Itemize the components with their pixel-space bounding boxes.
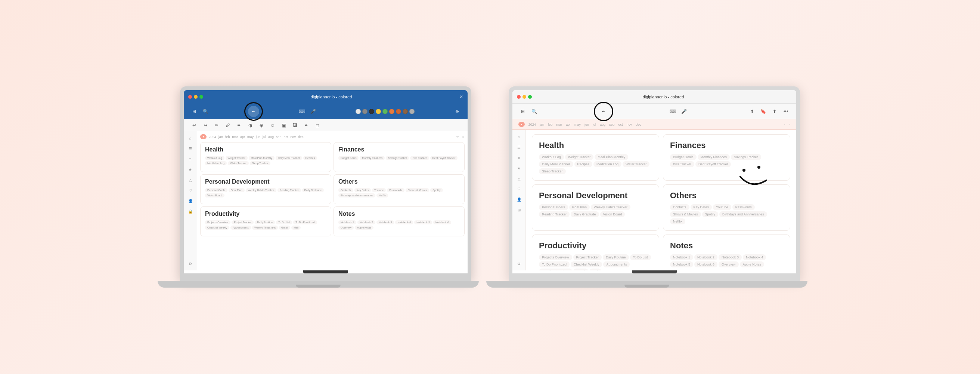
tag-passwords[interactable]: Passwords (387, 188, 404, 192)
right-sidebar-star-icon[interactable]: ★ (515, 164, 523, 172)
right-tag-contacts[interactable]: Contacts (670, 204, 689, 210)
right-mic-icon[interactable]: 🎤 (679, 107, 688, 116)
tag-notebook2[interactable]: Notebook 2 (357, 220, 375, 224)
right-tag-gmail[interactable]: Gmail (573, 269, 588, 270)
sidebar-heart-icon[interactable]: ♡ (187, 187, 194, 194)
right-tag-nb3[interactable]: Notebook 3 (719, 254, 742, 260)
sidebar-lock-icon[interactable]: 🔒 (187, 208, 194, 215)
sidebar-pages-icon[interactable]: ☰ (187, 145, 194, 152)
month-nov[interactable]: nov (291, 135, 296, 139)
marker-icon[interactable]: ✒ (235, 121, 243, 130)
right-tag-checklist[interactable]: Checklist Weekly (571, 261, 602, 267)
right-tag-sleep[interactable]: Sleep Tracker (539, 168, 566, 174)
month-jul[interactable]: jul (262, 135, 266, 139)
tag-youtube[interactable]: Youtube (372, 188, 386, 192)
right-tag-personal-goals[interactable]: Personal Goals (539, 204, 568, 210)
search-icon[interactable]: 🔍 (201, 107, 210, 116)
mic-icon[interactable]: 🎤 (309, 107, 317, 116)
tag-notebook6[interactable]: Notebook 6 (433, 220, 451, 224)
right-tag-nb2[interactable]: Notebook 2 (694, 254, 718, 260)
right-tag-apple-notes[interactable]: Apple Notes (740, 261, 764, 267)
right-month-sep[interactable]: sep (609, 123, 615, 126)
right-month-jan[interactable]: jan (540, 123, 544, 126)
tag-workout-log[interactable]: Workout Log (205, 156, 224, 160)
year-badge[interactable]: ● (200, 134, 207, 139)
right-export-icon[interactable]: ⬆ (770, 107, 779, 116)
eraser-icon[interactable]: ◻ (313, 121, 322, 130)
right-tag-recipes[interactable]: Recipes (574, 161, 593, 167)
right-minimize-button[interactable] (522, 95, 526, 99)
right-tag-mail[interactable]: Mail (589, 269, 602, 270)
apps-icon[interactable]: ⊞ (190, 107, 199, 116)
right-apps-icon[interactable]: ⊞ (519, 107, 527, 116)
right-tag-overview[interactable]: Overview (719, 261, 739, 267)
right-more-icon[interactable]: ••• (781, 107, 790, 116)
tag-notebook4[interactable]: Notebook 4 (395, 220, 413, 224)
right-month-may[interactable]: may (574, 123, 581, 126)
right-tag-netflix[interactable]: Netflix (670, 218, 685, 224)
tag-todo[interactable]: To Do List (276, 220, 292, 224)
right-pen-tool-icon[interactable]: ✒ (598, 106, 609, 117)
right-sidebar-heart-icon[interactable]: ♡ (515, 185, 523, 193)
color-yellow[interactable] (376, 109, 381, 114)
highlighter-icon[interactable]: ◑ (246, 121, 255, 130)
right-maximize-button[interactable] (528, 95, 532, 99)
sidebar-settings-icon[interactable]: ⚙ (187, 260, 194, 267)
right-month-mar[interactable]: mar (556, 123, 562, 126)
tag-meditation[interactable]: Meditation Log (205, 161, 227, 165)
right-tag-key-dates[interactable]: Key Dates (690, 204, 712, 210)
tag-projects-overview[interactable]: Projects Overview (205, 220, 231, 224)
color-dark[interactable] (369, 109, 374, 114)
color-green[interactable] (382, 109, 388, 114)
right-tag-habits[interactable]: Weekly Habits Tracker (591, 204, 630, 210)
sidebar-list-icon[interactable]: ≡ (187, 155, 194, 163)
tag-personal-goals[interactable]: Personal Goals (205, 188, 228, 192)
right-tag-weight[interactable]: Weight Tracker (565, 154, 593, 160)
tag-debt[interactable]: Debt Payoff Tracker (430, 156, 458, 160)
tag-daily-routine[interactable]: Daily Routine (255, 220, 275, 224)
month-oct[interactable]: oct (284, 135, 288, 139)
right-tag-shows[interactable]: Shows & Movies (670, 211, 701, 217)
right-sidebar-home-icon[interactable]: ⌂ (515, 133, 523, 140)
right-sidebar-grid-icon[interactable]: ⊞ (515, 206, 523, 214)
tag-monthly-finances[interactable]: Monthly Finances (360, 156, 385, 160)
tag-bills[interactable]: Bills Tracker (410, 156, 429, 160)
right-tag-birthdays[interactable]: Birthdays and Anniversaries (719, 211, 767, 217)
shape-circle-icon[interactable]: ◉ (257, 121, 266, 130)
tag-shows[interactable]: Shows & Movies (406, 188, 430, 192)
tag-savings[interactable]: Savings Tracker (386, 156, 409, 160)
right-month-jul[interactable]: jul (593, 123, 596, 126)
right-month-apr[interactable]: apr (566, 123, 571, 126)
tag-timesheet[interactable]: Weekly Timesheet (252, 225, 278, 230)
right-tag-nb5[interactable]: Notebook 5 (670, 261, 693, 267)
color-gray[interactable] (362, 109, 368, 114)
sticker-icon[interactable]: ☺ (268, 121, 277, 130)
right-tag-youtube[interactable]: Youtube (713, 204, 731, 210)
month-may[interactable]: may (247, 135, 254, 139)
tag-appointments[interactable]: Appointments (231, 225, 251, 230)
undo-icon[interactable]: ↩ (190, 121, 199, 130)
keyboard-icon[interactable]: ⌨ (297, 107, 306, 116)
more-icon[interactable]: ⊕ (453, 107, 461, 116)
right-close-button[interactable] (517, 95, 520, 99)
month-jun[interactable]: jun (256, 135, 260, 139)
color-orange[interactable] (389, 109, 395, 114)
right-tag-todo-prior[interactable]: To Do Prioritized (539, 261, 570, 267)
right-search-icon[interactable]: 🔍 (530, 107, 539, 116)
tag-gmail[interactable]: Gmail (279, 225, 290, 230)
tag-spotify[interactable]: Spotify (430, 188, 442, 192)
right-tag-nb4[interactable]: Notebook 4 (743, 254, 766, 260)
tag-notebook3[interactable]: Notebook 3 (377, 220, 395, 224)
right-month-aug[interactable]: aug (600, 123, 605, 126)
right-month-nov[interactable]: nov (627, 123, 632, 126)
month-mar[interactable]: mar (232, 135, 238, 139)
right-month-oct[interactable]: oct (619, 123, 623, 126)
tag-meal-plan[interactable]: Meal Plan Monthly (249, 156, 275, 160)
tag-weight-tracker[interactable]: Weight Tracker (226, 156, 248, 160)
right-tag-workout[interactable]: Workout Log (539, 154, 564, 160)
tag-habits[interactable]: Weekly Habits Tracker (246, 188, 276, 192)
settings-icon-nav[interactable]: ⊙ (461, 135, 465, 139)
right-tag-savings[interactable]: Savings Tracker (731, 154, 761, 160)
tag-checklist[interactable]: Checklist Weekly (205, 225, 229, 230)
tag-contacts[interactable]: Contacts (338, 188, 353, 192)
